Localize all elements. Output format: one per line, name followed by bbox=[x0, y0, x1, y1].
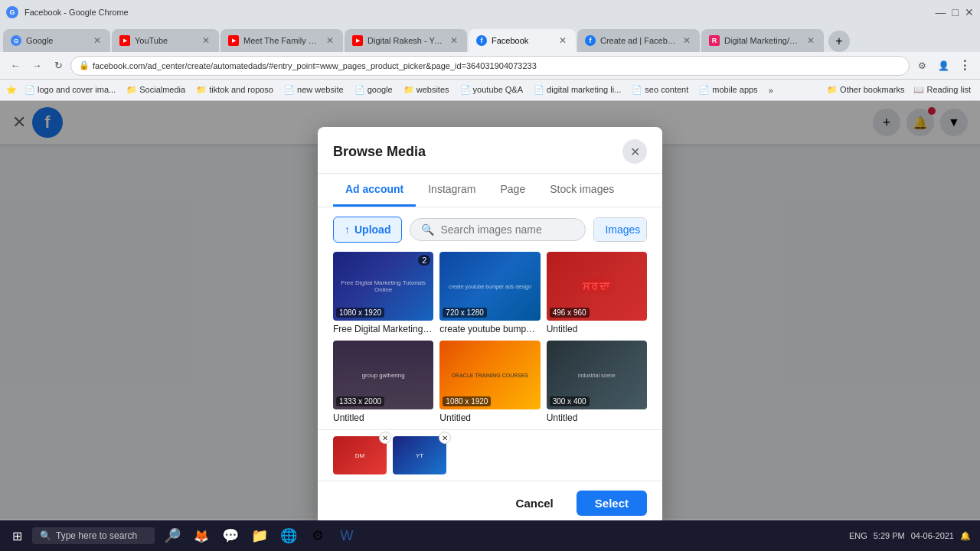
taskbar-search[interactable]: 🔍 Type here to search bbox=[32, 527, 155, 544]
tab-meet-close[interactable]: ✕ bbox=[325, 35, 335, 46]
window-controls[interactable]: — □ ✕ bbox=[936, 6, 974, 18]
tab-create-ad-favicon: f bbox=[585, 35, 596, 46]
tab-youtube[interactable]: ▶ YouTube ✕ bbox=[112, 29, 219, 52]
tab-create-ad-title: Create ad | Facebook bbox=[600, 36, 677, 45]
bookmark-seo[interactable]: 📄 seo content bbox=[629, 83, 691, 96]
taskbar-edge[interactable]: 🌐 bbox=[276, 523, 302, 549]
search-icon: 🔍 bbox=[421, 223, 434, 236]
tab-facebook-close[interactable]: ✕ bbox=[557, 35, 568, 46]
bookmark-newwebsite[interactable]: 📄 new website bbox=[281, 83, 347, 96]
tab-meet[interactable]: ▶ Meet The Family of M... ✕ bbox=[220, 29, 343, 52]
address-bar[interactable]: 🔒 facebook.com/ad_center/create/automate… bbox=[70, 56, 910, 76]
image-dims-2: 551 x 980 bbox=[443, 308, 487, 318]
menu-button[interactable]: ⋮ bbox=[956, 57, 974, 75]
taskbar-cortana[interactable]: 🔎 bbox=[159, 523, 185, 549]
images-toggle[interactable]: Images bbox=[594, 218, 647, 241]
bookmark-tiktok[interactable]: 📁 tiktok and roposo bbox=[193, 83, 276, 96]
image-dims-5: 1080 x 1920 bbox=[443, 396, 491, 406]
upload-button[interactable]: ↑ Upload bbox=[333, 217, 402, 243]
selected-thumb-2: YT ✕ bbox=[393, 436, 446, 474]
selected-thumb-1-close[interactable]: ✕ bbox=[379, 432, 391, 444]
tab-meet-favicon: ▶ bbox=[228, 35, 239, 46]
taskbar-settings[interactable]: ⚙ bbox=[305, 523, 331, 549]
bookmark-other[interactable]: 📁 Other bookmarks bbox=[824, 83, 907, 96]
toggle-group: Images Videos bbox=[593, 217, 647, 242]
bookmark-logo[interactable]: 📄 logo and cover ima... bbox=[21, 83, 119, 96]
taskbar-word[interactable]: W bbox=[334, 523, 360, 549]
taskbar-notification-center[interactable]: 🔔 bbox=[960, 531, 971, 541]
image-item-4[interactable]: group gathering 1333 x 2000 Untitled bbox=[333, 341, 433, 423]
tab-ad-account[interactable]: Ad account bbox=[333, 174, 416, 207]
image-dims-3: 496 x 960 bbox=[550, 308, 590, 318]
image-item-5[interactable]: ORACLE TRAINING COURSES 1080 x 1920 Unti… bbox=[439, 341, 540, 423]
profile-button[interactable]: 👤 bbox=[934, 57, 952, 75]
tab-create-ad[interactable]: f Create ad | Facebook ✕ bbox=[577, 29, 700, 52]
tab-rakesh-favicon: ▶ bbox=[352, 35, 363, 46]
tab-instagram[interactable]: Instagram bbox=[416, 174, 488, 207]
tab-digital-mkt[interactable]: R Digital Marketing/SE... ✕ bbox=[701, 29, 824, 52]
image-label-4: Untitled bbox=[333, 412, 433, 423]
tab-youtube-close[interactable]: ✕ bbox=[201, 35, 211, 46]
tab-google[interactable]: G Google ✕ bbox=[3, 29, 110, 52]
bookmark-more[interactable]: » bbox=[766, 84, 776, 96]
tab-facebook-title: Facebook bbox=[492, 36, 553, 45]
tab-stock-images[interactable]: Stock images bbox=[537, 174, 626, 207]
bookmark-reading[interactable]: 📖 Reading list bbox=[910, 83, 974, 96]
windows-taskbar: ⊞ 🔍 Type here to search 🔎 🦊 💬 📁 🌐 ⚙ W EN… bbox=[0, 520, 980, 551]
chrome-favicon: G bbox=[6, 6, 18, 18]
bookmark-digital-mkt[interactable]: 📄 digital marketing li... bbox=[531, 83, 624, 96]
search-input[interactable] bbox=[440, 223, 574, 236]
image-label-1: Free Digital Marketing T... bbox=[333, 324, 433, 334]
extensions-button[interactable]: ⚙ bbox=[913, 57, 931, 75]
tab-digital-mkt-title: Digital Marketing/SE... bbox=[724, 36, 801, 45]
image-item-6[interactable]: industrial scene 300 x 400 Untitled bbox=[547, 341, 647, 423]
select-button[interactable]: Select bbox=[577, 491, 647, 516]
image-label-5: Untitled bbox=[439, 412, 540, 423]
cancel-button[interactable]: Cancel bbox=[501, 491, 569, 516]
tab-google-close[interactable]: ✕ bbox=[92, 35, 103, 46]
image-label-3: Untitled bbox=[547, 324, 647, 334]
taskbar-explorer[interactable]: 📁 bbox=[247, 523, 273, 549]
close-icon[interactable]: ✕ bbox=[965, 6, 974, 18]
nav-bar: ← → ↻ 🔒 facebook.com/ad_center/create/au… bbox=[0, 52, 980, 80]
modal-toolbar: ↑ Upload 🔍 Images Videos bbox=[318, 207, 662, 252]
image-dims-4: 1333 x 2000 bbox=[336, 396, 384, 406]
tab-facebook[interactable]: f Facebook ✕ bbox=[469, 29, 576, 52]
minimize-icon[interactable]: — bbox=[936, 6, 946, 18]
upload-label: Upload bbox=[354, 223, 390, 236]
bookmark-socialmedia[interactable]: 📁 Socialmedia bbox=[123, 83, 188, 96]
selected-img-2-preview: YT bbox=[393, 436, 446, 474]
tab-page[interactable]: Page bbox=[488, 174, 537, 207]
tab-create-ad-close[interactable]: ✕ bbox=[681, 35, 692, 46]
tab-youtube-title: YouTube bbox=[135, 36, 196, 45]
modal-overlay: Browse Media ✕ Ad account Instagram Page… bbox=[0, 101, 980, 551]
modal-grid: Free Digital Marketing Tutorials Online … bbox=[318, 252, 662, 429]
new-tab-button[interactable]: + bbox=[828, 31, 850, 52]
modal-close-button[interactable]: ✕ bbox=[622, 139, 647, 164]
back-button[interactable]: ← bbox=[6, 57, 24, 75]
selected-thumb-2-close[interactable]: ✕ bbox=[439, 432, 451, 444]
forward-button[interactable]: → bbox=[28, 57, 46, 75]
image-item-2[interactable]: create youtube bumper ads design 720 x 1… bbox=[439, 252, 540, 334]
tab-rakesh-close[interactable]: ✕ bbox=[449, 35, 459, 46]
modal-footer: Cancel Select bbox=[318, 481, 662, 525]
bookmark-google[interactable]: 📄 google bbox=[351, 83, 396, 96]
tab-rakesh-title: Digital Rakesh - YouT... bbox=[368, 36, 444, 45]
taskbar-browser[interactable]: 🦊 bbox=[188, 523, 214, 549]
taskbar-apps: 🔎 🦊 💬 📁 🌐 ⚙ W bbox=[159, 523, 360, 549]
bookmark-mobile[interactable]: 📄 mobile apps bbox=[696, 83, 760, 96]
reload-button[interactable]: ↻ bbox=[49, 57, 67, 75]
image-grid: Free Digital Marketing Tutorials Online … bbox=[333, 252, 647, 429]
image-item-3[interactable]: ਸਰਦਾ 496 x 960 Untitled bbox=[547, 252, 647, 334]
browser-chrome: G Facebook - Google Chrome — □ ✕ G Googl… bbox=[0, 0, 980, 101]
start-button[interactable]: ⊞ bbox=[3, 522, 31, 549]
image-item-1[interactable]: Free Digital Marketing Tutorials Online … bbox=[333, 252, 433, 334]
bookmark-youtube-qa[interactable]: 📄 youtube Q&A bbox=[457, 83, 527, 96]
tab-digital-mkt-close[interactable]: ✕ bbox=[805, 35, 816, 46]
bookmark-websites[interactable]: 📁 websites bbox=[400, 83, 452, 96]
image-label-6: Untitled bbox=[547, 412, 647, 423]
modal-selected: DM ✕ YT ✕ bbox=[318, 429, 662, 481]
maximize-icon[interactable]: □ bbox=[952, 6, 959, 18]
tab-rakesh[interactable]: ▶ Digital Rakesh - YouT... ✕ bbox=[345, 29, 467, 52]
taskbar-whatsapp[interactable]: 💬 bbox=[217, 523, 243, 549]
